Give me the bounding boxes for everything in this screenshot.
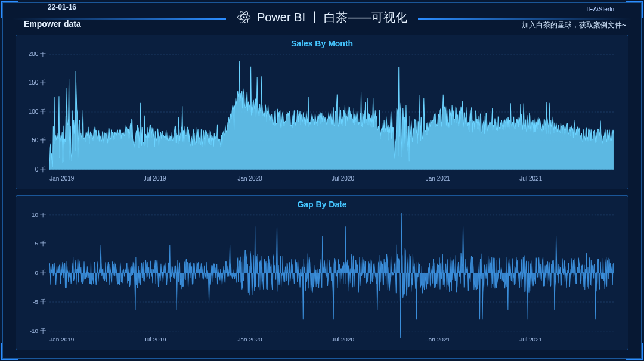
svg-text:Jul 2020: Jul 2020 xyxy=(332,336,354,343)
charts-container: Sales By Month 0 千50 千100 千150 千200 千Jan… xyxy=(16,35,628,350)
chart-title-gap: Gap By Date xyxy=(16,200,628,209)
subtitle-left: Empower data xyxy=(24,19,81,29)
page-title: Power BI 丨 白茶——可视化 xyxy=(257,10,407,26)
svg-text:-5 千: -5 千 xyxy=(33,298,46,305)
svg-text:200 千: 200 千 xyxy=(29,52,46,57)
page-title-wrap: Power BI 丨 白茶——可视化 xyxy=(226,10,418,26)
user-chip: TEA\Sterln xyxy=(586,6,614,13)
svg-text:Jul 2019: Jul 2019 xyxy=(144,175,166,182)
header-date: 22-01-16 xyxy=(48,3,76,11)
panel-sales[interactable]: Sales By Month 0 千50 千100 千150 千200 千Jan… xyxy=(16,35,628,189)
svg-text:150 千: 150 千 xyxy=(29,79,46,86)
svg-text:0 千: 0 千 xyxy=(35,269,47,276)
svg-text:Jul 2019: Jul 2019 xyxy=(144,336,166,343)
svg-text:Jan 2020: Jan 2020 xyxy=(237,336,262,343)
svg-text:Jul 2020: Jul 2020 xyxy=(332,175,354,182)
svg-text:Jan 2019: Jan 2019 xyxy=(49,336,74,343)
svg-text:Jan 2020: Jan 2020 xyxy=(237,175,262,182)
atom-icon xyxy=(237,10,251,24)
svg-text:50 千: 50 千 xyxy=(32,137,46,144)
svg-text:100 千: 100 千 xyxy=(29,108,46,115)
svg-text:Jan 2021: Jan 2021 xyxy=(426,336,450,343)
svg-text:-10 千: -10 千 xyxy=(30,328,46,334)
svg-point-3 xyxy=(243,16,244,18)
dashboard-frame: 22-01-16 Power BI 丨 白茶——可视化 TEA\Sterln E… xyxy=(0,0,644,361)
svg-text:Jul 2021: Jul 2021 xyxy=(519,336,542,343)
svg-text:5 千: 5 千 xyxy=(35,241,47,247)
corner-decoration xyxy=(626,343,643,360)
chart-title-sales: Sales By Month xyxy=(16,39,628,48)
svg-text:Jan 2019: Jan 2019 xyxy=(49,175,75,182)
chart-sales[interactable]: 0 千50 千100 千150 千200 千Jan 2019Jul 2019Ja… xyxy=(21,52,620,184)
header-divider-right xyxy=(418,18,632,20)
svg-text:0 千: 0 千 xyxy=(35,166,46,173)
svg-text:Jul 2021: Jul 2021 xyxy=(519,175,542,182)
svg-text:10 千: 10 千 xyxy=(32,213,46,218)
svg-text:Jan 2021: Jan 2021 xyxy=(426,175,451,182)
chart-gap[interactable]: -10 千-5 千0 千5 千10 千Jan 2019Jul 2019Jan 2… xyxy=(21,213,620,345)
subtitle-right: 加入白茶的星球，获取案例文件~ xyxy=(522,20,626,30)
panel-gap[interactable]: Gap By Date -10 千-5 千0 千5 千10 千Jan 2019J… xyxy=(16,195,628,350)
